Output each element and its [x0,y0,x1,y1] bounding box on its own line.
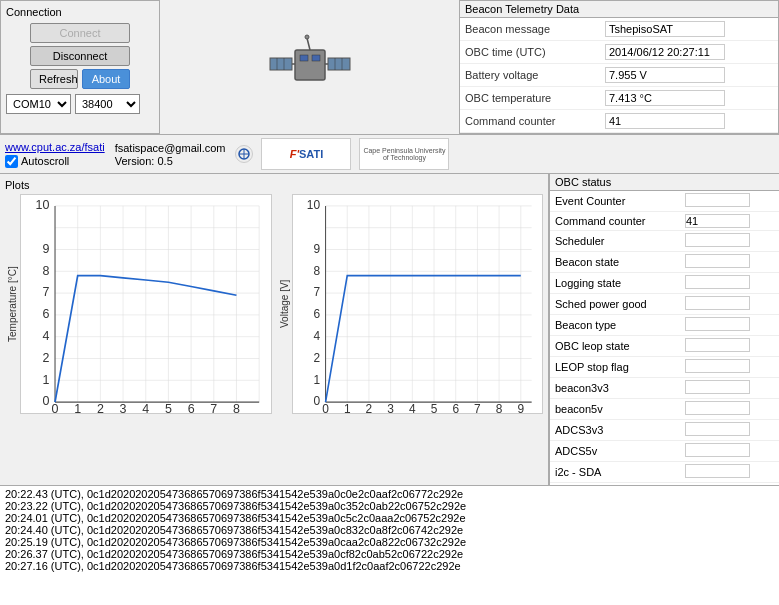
obc-field-label: Logging state [550,273,680,294]
obc-field-label: i2c - SDA [550,462,680,483]
svg-text:4: 4 [313,329,320,343]
svg-rect-3 [328,58,350,70]
svg-text:7: 7 [313,285,320,299]
disconnect-button[interactable]: Disconnect [30,46,130,66]
beacon-field-label: Command counter [460,110,600,133]
connection-panel: Connection Connect Disconnect Refresh Ab… [0,0,160,134]
connection-title: Connection [6,6,154,18]
svg-text:10: 10 [35,198,49,212]
beacon-field-value: 41 [600,110,778,133]
svg-text:6: 6 [452,402,459,414]
temperature-chart-svg: 0 1 2 4 6 7 8 9 10 0 1 2 [20,194,272,414]
svg-text:4: 4 [42,329,49,343]
svg-text:1: 1 [42,373,49,387]
obc-row: i2c - SDA [550,462,779,483]
svg-text:5: 5 [165,402,172,414]
obc-field-label: Beacon state [550,252,680,273]
beacon-row: Beacon message TshepisoSAT [460,18,778,41]
svg-text:3: 3 [120,402,127,414]
plots-title: Plots [5,179,543,191]
temperature-chart-area: 0 1 2 4 6 7 8 9 10 0 1 2 [20,194,272,414]
obc-field-value: 41 [680,212,779,231]
obc-row: OBC leop state [550,336,779,357]
obc-field-label: Event Counter [550,191,680,212]
plots-section: Plots Temperature [°C] [0,174,549,485]
beacon-field-value: 7.413 °C [600,87,778,110]
svg-text:9: 9 [42,242,49,256]
obc-field-label: OBC leop state [550,336,680,357]
svg-text:6: 6 [313,307,320,321]
obc-row: Beacon type [550,315,779,336]
baud-rate-select[interactable]: 38400 [75,94,140,114]
com-row: COM10 38400 [6,94,154,114]
satellite-image [265,30,355,105]
beacon-field-value: TshepisoSAT [600,18,778,41]
connect-button[interactable]: Connect [30,23,130,43]
svg-text:2: 2 [97,402,104,414]
svg-text:7: 7 [42,286,49,300]
autoscroll-label: Autoscroll [21,155,69,167]
svg-rect-1 [270,58,292,70]
svg-text:0: 0 [52,402,59,414]
obc-field-label: Command counter [550,212,680,231]
middle-section: www.cput.ac.za/fsati Autoscroll fsatispa… [0,135,779,174]
svg-text:0: 0 [322,402,329,414]
svg-text:2: 2 [313,351,320,365]
log-line: 20:24.01 (UTC), 0c1d20202020547368657069… [5,512,774,524]
obc-row: beacon3v3 [550,378,779,399]
fsati-icon [235,145,253,163]
beacon-table: Beacon message TshepisoSATOBC time (UTC)… [460,18,778,133]
obc-row: Beacon state [550,252,779,273]
log-line: 20:23.22 (UTC), 0c1d20202020547368657069… [5,500,774,512]
refresh-button[interactable]: Refresh [30,69,78,89]
svg-text:1: 1 [74,402,81,414]
svg-point-6 [305,35,309,39]
autoscroll-row: Autoscroll [5,155,105,168]
beacon-title: Beacon Telemetry Data [460,1,778,18]
obc-field-label: beacon5v [550,399,680,420]
svg-text:1: 1 [313,373,320,387]
obc-field-value [680,399,779,420]
svg-text:8: 8 [495,402,502,414]
email-label: fsatispace@gmail.com [115,142,226,154]
beacon-field-label: Beacon message [460,18,600,41]
fsati-logo: F'SATI [261,138,351,170]
obc-field-value [680,315,779,336]
obc-row: Scheduler [550,231,779,252]
obc-field-value [680,336,779,357]
log-line: 20:22.43 (UTC), 0c1d20202020547368657069… [5,488,774,500]
svg-rect-8 [312,55,320,61]
beacon-row: Command counter 41 [460,110,778,133]
svg-text:0: 0 [313,394,320,408]
voltage-chart-area: 0 1 2 4 6 7 8 9 10 0 1 2 [292,194,544,414]
obc-field-label: ADCS5v [550,441,680,462]
svg-text:9: 9 [517,402,524,414]
obc-field-value [680,441,779,462]
obc-row: Sched power good [550,294,779,315]
website-link[interactable]: www.cput.ac.za/fsati [5,141,105,153]
temperature-chart-wrapper: Temperature [°C] [5,194,272,414]
obc-field-value [680,273,779,294]
obc-field-value [680,357,779,378]
svg-text:8: 8 [42,264,49,278]
svg-text:8: 8 [313,264,320,278]
logo-area: F'SATI Cape Peninsula University of Tech… [235,138,449,170]
obc-row: ADCS3v3 [550,420,779,441]
log-line: 20:26.37 (UTC), 0c1d20202020547368657069… [5,548,774,560]
main-container: Connection Connect Disconnect Refresh Ab… [0,0,779,605]
about-button[interactable]: About [82,69,130,89]
beacon-row: Battery voltage 7.955 V [460,64,778,87]
com-port-select[interactable]: COM10 [6,94,71,114]
svg-text:2: 2 [42,351,49,365]
obc-field-value [680,231,779,252]
autoscroll-checkbox[interactable] [5,155,18,168]
log-section: 20:22.43 (UTC), 0c1d20202020547368657069… [0,485,779,605]
svg-text:5: 5 [430,402,437,414]
obc-field-value [680,378,779,399]
svg-text:4: 4 [142,402,149,414]
svg-text:2: 2 [365,402,372,414]
cape-logo: Cape Peninsula University of Technology [359,138,449,170]
obc-field-value [680,462,779,483]
beacon-row: OBC time (UTC) 2014/06/12 20:27:11 [460,41,778,64]
voltage-chart-wrapper: Voltage [V] [277,194,544,414]
